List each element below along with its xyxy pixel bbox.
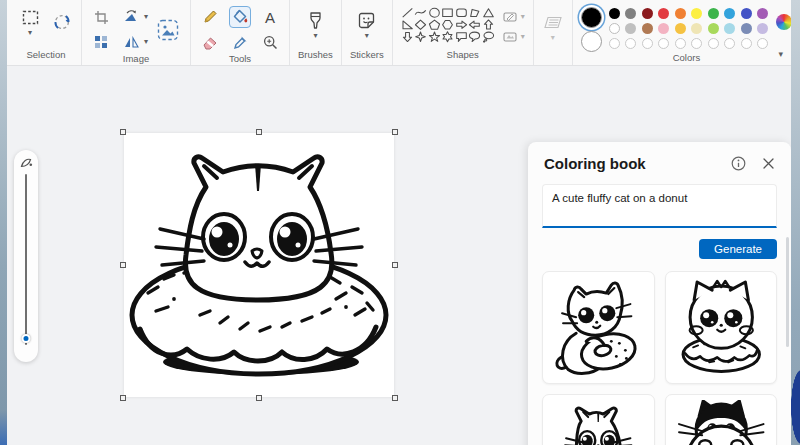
palette-color-808080[interactable] — [625, 8, 636, 19]
flip-button[interactable] — [120, 31, 142, 53]
variant-cat-hugging-donut[interactable] — [542, 271, 655, 384]
remove-background-button[interactable] — [51, 11, 73, 33]
shape-six-point-star[interactable] — [441, 31, 454, 43]
panel-scrollbar[interactable] — [786, 237, 789, 347]
variant-black-cat-behind-donut[interactable] — [665, 394, 778, 445]
selection-handle-top-left[interactable] — [120, 129, 126, 135]
variant-cat-inside-donut[interactable] — [542, 394, 655, 445]
custom-color-slot-7[interactable] — [708, 38, 719, 49]
palette-color-000000[interactable] — [609, 8, 620, 19]
shape-arrow-up[interactable] — [482, 19, 495, 31]
palette-color-a35bb5[interactable] — [757, 8, 768, 19]
palette-color-8b1a1d[interactable] — [642, 8, 653, 19]
palette-color-7b8cb6[interactable] — [741, 23, 752, 34]
palette-color-4353c6[interactable] — [741, 8, 752, 19]
shape-fill-button[interactable] — [501, 30, 519, 44]
eraser-tool-button[interactable] — [199, 31, 221, 53]
shape-line[interactable] — [401, 7, 414, 19]
pencil-tool-button[interactable] — [199, 6, 221, 28]
foreground-color-swatch[interactable] — [581, 7, 602, 28]
custom-color-slot-3[interactable] — [642, 38, 653, 49]
custom-color-slot-10[interactable] — [757, 38, 768, 49]
selection-handle-top-right[interactable] — [392, 129, 398, 135]
selection-handle-top-middle[interactable] — [256, 129, 262, 135]
shape-oval[interactable] — [428, 7, 441, 19]
rotate-dropdown-chevron[interactable]: ▾ — [144, 13, 148, 21]
shape-thought-bubble[interactable] — [482, 31, 495, 43]
shape-arrow-down[interactable] — [401, 31, 414, 43]
shape-five-point-star[interactable] — [428, 31, 441, 43]
color-picker-button[interactable] — [229, 31, 251, 53]
palette-color-a5d9e8[interactable] — [724, 23, 735, 34]
palette-color-3cb44b[interactable] — [708, 8, 719, 19]
flip-dropdown-chevron[interactable]: ▾ — [144, 38, 148, 46]
prompt-input[interactable]: A cute fluffy cat on a donut — [543, 185, 776, 226]
background-color-swatch[interactable] — [581, 31, 602, 52]
brushes-button[interactable] — [304, 9, 326, 31]
selection-handle-middle-left[interactable] — [120, 262, 126, 268]
shape-four-point-star[interactable] — [414, 31, 427, 43]
shape-speech-bubble[interactable] — [455, 31, 468, 43]
stickers-button[interactable] — [356, 9, 378, 31]
info-icon[interactable] — [731, 156, 746, 171]
shape-rounded-rectangle[interactable] — [455, 7, 468, 19]
shape-pentagon[interactable] — [428, 19, 441, 31]
custom-color-slot-1[interactable] — [609, 38, 620, 49]
thickness-slider[interactable] — [14, 150, 38, 362]
custom-color-slot-8[interactable] — [724, 38, 735, 49]
canvas-image[interactable] — [124, 133, 394, 397]
palette-color-e23b41[interactable] — [658, 8, 669, 19]
brushes-dropdown-chevron[interactable]: ▾ — [313, 32, 317, 40]
custom-color-slot-6[interactable] — [691, 38, 702, 49]
variant-fluffy-cat-on-donut[interactable] — [665, 271, 778, 384]
text-tool-button[interactable]: A — [259, 6, 281, 28]
thickness-slider-track[interactable] — [25, 174, 28, 345]
palette-color-f08033[interactable] — [675, 8, 686, 19]
palette-color-33a3dc[interactable] — [724, 8, 735, 19]
palette-color-c5bbe2[interactable] — [757, 23, 768, 34]
palette-color-f3b3c2[interactable] — [658, 23, 669, 34]
ribbon-collapse-chevron[interactable]: ▾ — [778, 49, 783, 59]
shape-right-triangle[interactable] — [401, 19, 414, 31]
selection-handle-middle-right[interactable] — [392, 262, 398, 268]
custom-color-slot-2[interactable] — [625, 38, 636, 49]
shape-curve[interactable] — [414, 7, 427, 19]
resize-button[interactable] — [90, 31, 112, 53]
generate-button[interactable]: Generate — [699, 239, 777, 259]
shape-arrow-left[interactable] — [468, 19, 481, 31]
shape-arrow-right[interactable] — [455, 19, 468, 31]
shape-oval-speech-bubble[interactable] — [468, 31, 481, 43]
rotate-button[interactable] — [120, 6, 142, 28]
palette-color-a8d95c[interactable] — [708, 23, 719, 34]
shape-triangle[interactable] — [482, 7, 495, 19]
stroke-size-chevron[interactable]: ▾ — [551, 34, 555, 42]
shape-diamond[interactable] — [414, 19, 427, 31]
selection-handle-bottom-left[interactable] — [120, 395, 126, 401]
shape-outline-chevron[interactable]: ▾ — [521, 13, 525, 21]
selection-handle-bottom-middle[interactable] — [256, 395, 262, 401]
shape-fill-chevron[interactable]: ▾ — [521, 33, 525, 41]
edit-colors-button[interactable] — [776, 14, 792, 30]
shape-rectangle[interactable] — [441, 7, 454, 19]
image-creator-button[interactable] — [154, 16, 182, 44]
crop-button[interactable] — [90, 6, 112, 28]
fill-tool-button[interactable] — [229, 6, 251, 28]
select-dropdown-chevron[interactable]: ▾ — [28, 29, 32, 37]
palette-color-bfbfbf[interactable] — [625, 23, 636, 34]
palette-color-ffffff[interactable] — [609, 23, 620, 34]
palette-color-f5c242[interactable] — [675, 23, 686, 34]
thickness-slider-thumb[interactable] — [22, 334, 31, 343]
custom-color-slot-4[interactable] — [658, 38, 669, 49]
shape-polygon[interactable] — [468, 7, 481, 19]
select-button[interactable] — [19, 6, 41, 28]
shape-hexagon[interactable] — [441, 19, 454, 31]
palette-color-efe5b5[interactable] — [691, 23, 702, 34]
selection-handle-bottom-right[interactable] — [392, 395, 398, 401]
shape-outline-button[interactable] — [501, 10, 519, 24]
stroke-size-button[interactable] — [542, 11, 564, 33]
custom-color-slot-5[interactable] — [675, 38, 686, 49]
magnifier-tool-button[interactable] — [259, 31, 281, 53]
close-icon[interactable] — [762, 157, 775, 170]
custom-color-slot-9[interactable] — [741, 38, 752, 49]
stickers-dropdown-chevron[interactable]: ▾ — [365, 32, 369, 40]
